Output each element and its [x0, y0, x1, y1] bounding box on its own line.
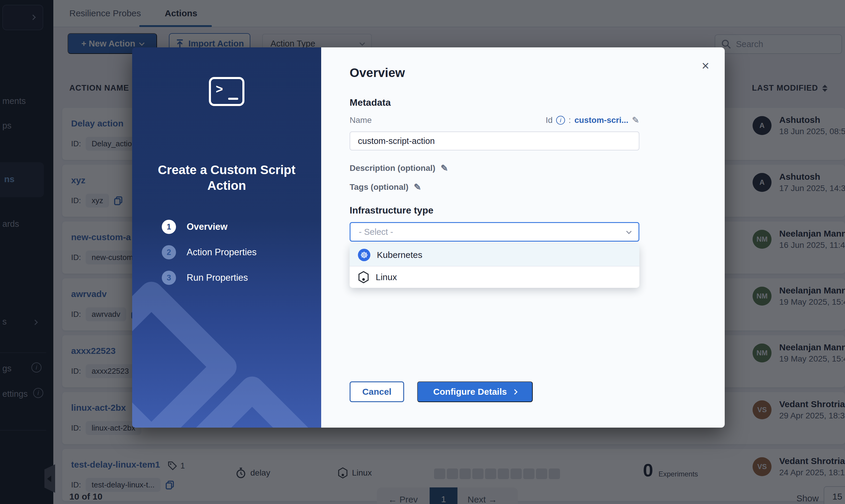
id-group: Id i : custom-scri... ✎ — [546, 115, 639, 125]
modal-title: Create a Custom Script Action — [132, 162, 321, 193]
modal-left-panel: > Create a Custom Script Action 1 Overvi… — [132, 48, 321, 428]
option-linux[interactable]: Linux — [350, 266, 639, 288]
app-root: ments ps ns ards s gs i ettings i Resili… — [0, 0, 845, 504]
infrastructure-type-heading: Infrastructure type — [350, 205, 434, 216]
step-run-properties[interactable]: 3 Run Properties — [162, 271, 248, 285]
step-action-properties[interactable]: 2 Action Properties — [162, 245, 257, 259]
id-value-link[interactable]: custom-scri... — [575, 115, 629, 125]
edit-id-icon[interactable]: ✎ — [632, 115, 639, 125]
name-row: Name Id i : custom-scri... ✎ — [350, 115, 639, 125]
info-icon[interactable]: i — [556, 116, 565, 125]
metadata-heading: Metadata — [350, 97, 391, 108]
chevron-right-icon — [512, 389, 517, 394]
step-overview[interactable]: 1 Overview — [162, 220, 228, 234]
description-row: Description (optional) ✎ — [350, 163, 448, 173]
close-icon[interactable]: × — [702, 59, 709, 72]
name-label: Name — [350, 115, 372, 125]
tags-row: Tags (optional) ✎ — [350, 182, 421, 192]
option-kubernetes[interactable]: ☸ Kubernetes — [350, 244, 639, 266]
name-input[interactable] — [350, 131, 639, 150]
modal-footer: Cancel Configure Details — [350, 381, 533, 402]
terminal-icon: > — [209, 77, 244, 106]
id-label: Id — [546, 115, 552, 125]
chevron-down-icon — [626, 229, 631, 234]
cancel-button[interactable]: Cancel — [350, 381, 404, 402]
edit-description-icon[interactable]: ✎ — [441, 163, 448, 173]
configure-details-button[interactable]: Configure Details — [417, 381, 533, 402]
linux-icon — [358, 271, 369, 283]
edit-tags-icon[interactable]: ✎ — [414, 182, 421, 192]
kubernetes-icon: ☸ — [358, 249, 370, 261]
id-colon: : — [568, 115, 571, 125]
infrastructure-type-menu: ☸ Kubernetes Linux — [350, 244, 639, 288]
create-action-modal: > Create a Custom Script Action 1 Overvi… — [132, 48, 725, 428]
infrastructure-type-select[interactable]: - Select - — [350, 222, 639, 241]
modal-body: × Overview Metadata Name Id i : custom-s… — [321, 48, 725, 428]
step-heading: Overview — [350, 66, 405, 80]
